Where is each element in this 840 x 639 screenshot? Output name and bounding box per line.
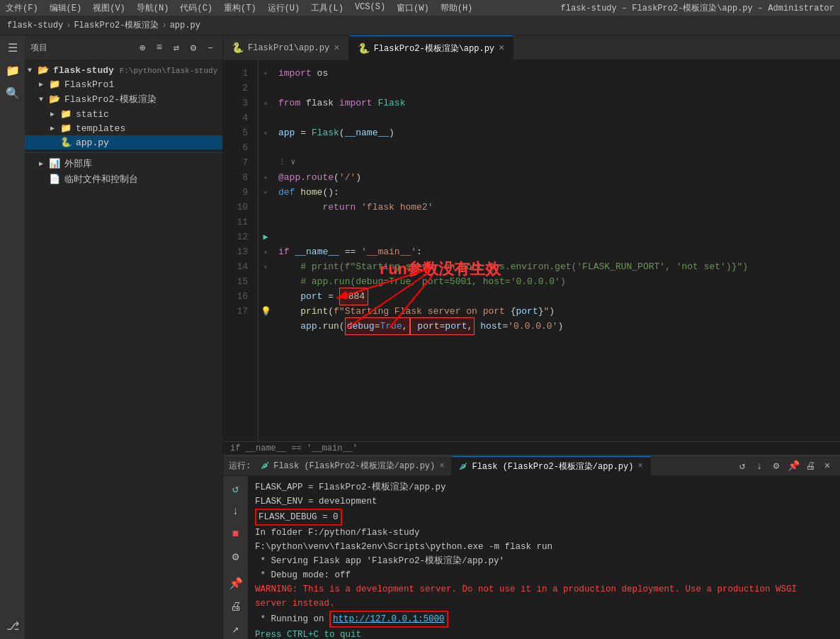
code-line-17: app.run(debug=True, port=port, host='0.0… bbox=[278, 319, 840, 334]
editor-area: 1 2 3 4 5 6 7 8 9 10 11 12 13 14 15 16 1 bbox=[223, 60, 840, 441]
code-line-9: return 'flask home2' bbox=[278, 200, 840, 215]
code-line-5: app = Flask(__name__) bbox=[278, 125, 840, 140]
file-tree: ▼ 📂 flask-study F:\python\flask-study ▶ … bbox=[25, 60, 222, 639]
bottom-tab-close-0[interactable]: × bbox=[439, 461, 444, 471]
tree-item-external-libs[interactable]: ▶ 📊 外部库 bbox=[25, 156, 222, 171]
tab-close-1[interactable]: × bbox=[499, 43, 504, 54]
menu-refactor[interactable]: 重构(T) bbox=[224, 2, 256, 14]
code-line-15: port = 8884 bbox=[278, 289, 840, 304]
bottom-tab-close-1[interactable]: × bbox=[637, 461, 642, 471]
code-line-16: print(f"Starting Flask server on port {p… bbox=[278, 304, 840, 319]
bottom-left-icon-down[interactable]: ↓ bbox=[226, 502, 246, 521]
code-line-10 bbox=[278, 215, 840, 230]
tab-flaskpro1-apppy[interactable]: 🐍 FlaskPro1\app.py × bbox=[223, 35, 349, 60]
tree-item-root[interactable]: ▼ 📂 flask-study F:\python\flask-study bbox=[25, 63, 222, 77]
menu-file[interactable]: 文件(F) bbox=[6, 2, 38, 14]
sidebar-icon-sync[interactable]: ⇄ bbox=[170, 41, 183, 54]
tab-file-icon: 🐍 bbox=[232, 42, 244, 54]
bottom-left-icon-rerun[interactable]: ↺ bbox=[226, 479, 246, 499]
bottom-tab-0[interactable]: 🌶 Flask (FlaskPro2-模板渲染/app.py) × bbox=[254, 456, 452, 476]
sidebar-icon-settings[interactable]: ⚙ bbox=[187, 41, 200, 54]
menu-tools[interactable]: 工具(L) bbox=[311, 2, 344, 14]
tree-label-root: flask-study F:\python\flask-study bbox=[53, 65, 217, 76]
bottom-icon-pin[interactable]: 📌 bbox=[786, 459, 800, 473]
tree-item-scratch[interactable]: ▶ 📄 临时文件和控制台 bbox=[25, 171, 222, 187]
terminal-line-9: Press CTRL+C to quit bbox=[255, 628, 833, 639]
bottom-left-icon-stop[interactable]: ■ bbox=[226, 524, 246, 544]
sidebar-icon-list[interactable]: ≡ bbox=[153, 41, 166, 54]
file-icon-apppy: 🐍 bbox=[60, 137, 73, 148]
bottom-tab-label-1: Flask (FlaskPro2-模板渲染/app.py) bbox=[472, 460, 633, 473]
left-icon-git[interactable]: ⎇ bbox=[3, 616, 23, 636]
tree-item-static[interactable]: ▶ 📁 static bbox=[25, 107, 222, 121]
terminal-line-3: In folder F:/python/flask-study bbox=[255, 526, 833, 540]
left-icon-menu[interactable]: ☰ bbox=[3, 38, 23, 58]
menu-nav[interactable]: 导航(N) bbox=[137, 2, 169, 14]
code-line-7: @app.route('/') bbox=[278, 170, 840, 185]
window-title: flask-study – FlaskPro2-模板渲染\app.py – Ad… bbox=[561, 2, 834, 14]
folder-icon-flaskpro1: 📁 bbox=[49, 79, 62, 90]
left-icon-project[interactable]: 📁 bbox=[3, 61, 23, 81]
tab-flaskpro2-apppy[interactable]: 🐍 FlaskPro2-模板渲染\app.py × bbox=[349, 35, 514, 60]
breadcrumb-item-1[interactable]: FlaskPro2-模板渲染 bbox=[74, 19, 159, 31]
breadcrumb-separator: › bbox=[161, 21, 166, 30]
menu-view[interactable]: 视图(V) bbox=[93, 2, 125, 14]
bottom-icon-close-panel[interactable]: × bbox=[820, 459, 834, 473]
sidebar-icon-add[interactable]: ⊕ bbox=[136, 41, 149, 54]
content-area: 🐍 FlaskPro1\app.py × 🐍 FlaskPro2-模板渲染\ap… bbox=[223, 35, 840, 639]
menu-run[interactable]: 运行(U) bbox=[268, 2, 300, 14]
bottom-left-icon-settings3[interactable]: ⚙ bbox=[226, 547, 246, 567]
tab-close-0[interactable]: × bbox=[334, 43, 339, 54]
folder-icon-flaskpro2: 📂 bbox=[49, 94, 62, 105]
terminal-line-8: * Running on http://127.0.0.1:5000 bbox=[255, 611, 833, 628]
code-line-1: import os bbox=[278, 66, 840, 81]
bottom-bar-label: 运行: bbox=[223, 460, 254, 472]
bottom-tab-1[interactable]: 🌶 Flask (FlaskPro2-模板渲染/app.py) × bbox=[452, 456, 650, 476]
tree-label-scratch: 临时文件和控制台 bbox=[64, 173, 138, 186]
gutter: ▾ ▾ ▾ ▾ ▾ ▶ ▾ ▾ 💡 bbox=[259, 60, 273, 441]
code-line-12: if __name__ == '__main__': bbox=[278, 244, 840, 259]
tree-label-templates: templates bbox=[76, 123, 125, 134]
tree-item-flaskpro2[interactable]: ▼ 📂 FlaskPro2-模板渲染 bbox=[25, 91, 222, 107]
tree-item-templates[interactable]: ▶ 📁 templates bbox=[25, 121, 222, 135]
sidebar: 项目 ⊕ ≡ ⇄ ⚙ – ▼ 📂 flask-study F:\python\f… bbox=[25, 35, 223, 639]
bottom-icon-print[interactable]: 🖨 bbox=[803, 459, 817, 473]
bottom-icon-settings2[interactable]: ⚙ bbox=[769, 459, 783, 473]
folder-icon-templates: 📁 bbox=[60, 123, 73, 134]
left-icon-search[interactable]: 🔍 bbox=[3, 84, 23, 103]
menu-edit[interactable]: 编辑(E) bbox=[50, 2, 82, 14]
tree-label-external-libs: 外部库 bbox=[64, 157, 92, 170]
breadcrumb: flask-study › FlaskPro2-模板渲染 › app.py bbox=[0, 16, 840, 35]
menu-help[interactable]: 帮助(H) bbox=[441, 2, 473, 14]
code-line-7a: ⋮ ∨ bbox=[278, 155, 840, 170]
code-line-4 bbox=[278, 111, 840, 125]
folder-icon-static: 📁 bbox=[60, 108, 73, 120]
bottom-left-icon-pin2[interactable]: 📌 bbox=[226, 574, 246, 594]
tree-item-apppy[interactable]: ▶ 🐍 app.py bbox=[25, 135, 222, 149]
bottom-panel: 运行: 🌶 Flask (FlaskPro2-模板渲染/app.py) × 🌶 … bbox=[223, 455, 840, 639]
bottom-icon-rerun[interactable]: ↺ bbox=[735, 459, 749, 473]
breadcrumb-separator: › bbox=[66, 21, 71, 30]
tree-item-flaskpro1[interactable]: ▶ 📁 FlaskPro1 bbox=[25, 77, 222, 91]
menu-window[interactable]: 窗口(W) bbox=[397, 2, 429, 14]
sidebar-toolbar: 项目 ⊕ ≡ ⇄ ⚙ – bbox=[25, 35, 222, 60]
breadcrumb-item-0[interactable]: flask-study bbox=[7, 21, 63, 30]
terminal-content: FLASK_APP = FlaskPro2-模板渲染/app.py FLASK_… bbox=[248, 476, 840, 639]
breadcrumb-item-2[interactable]: app.py bbox=[170, 21, 200, 30]
code-line-8: def home(): bbox=[278, 185, 840, 200]
terminal-line-6: * Debug mode: off bbox=[255, 568, 833, 582]
left-icon-bar: ☰ 📁 🔍 ⎇ bbox=[0, 35, 25, 639]
link-running-on[interactable]: http://127.0.0.1:5000 bbox=[333, 614, 445, 624]
sidebar-icon-collapse[interactable]: – bbox=[204, 41, 217, 54]
code-line-6 bbox=[278, 140, 840, 155]
bottom-tab-bar: 运行: 🌶 Flask (FlaskPro2-模板渲染/app.py) × 🌶 … bbox=[223, 456, 840, 476]
editor-status-text: if __name__ == '__main__' bbox=[230, 443, 358, 453]
bottom-icon-stop[interactable]: ↓ bbox=[752, 459, 766, 473]
bottom-left-icon-arrow[interactable]: ↗ bbox=[226, 619, 246, 639]
tree-label-static: static bbox=[76, 109, 109, 120]
menu-code[interactable]: 代码(C) bbox=[180, 2, 212, 14]
tab-label-1: FlaskPro2-模板渲染\app.py bbox=[374, 43, 494, 55]
code-content[interactable]: import os from flask import Flask app = … bbox=[273, 60, 840, 441]
menu-vcs[interactable]: VCS(S) bbox=[355, 2, 385, 14]
bottom-left-icon-print2[interactable]: 🖨 bbox=[226, 596, 246, 616]
